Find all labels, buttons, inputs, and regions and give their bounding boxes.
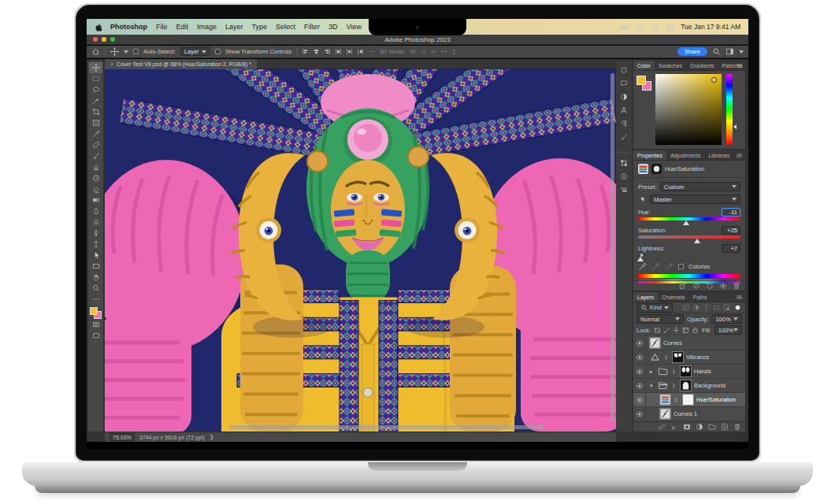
- lock-artboard-icon[interactable]: [682, 327, 689, 334]
- lock-pixels-icon[interactable]: [663, 327, 670, 334]
- roll-icon[interactable]: [420, 48, 427, 55]
- saturation-brightness-picker[interactable]: [655, 74, 722, 145]
- trash-icon[interactable]: [733, 282, 740, 290]
- hamburger-icon[interactable]: [736, 294, 743, 301]
- auto-select-target-select[interactable]: Layer: [180, 47, 210, 56]
- eye-icon[interactable]: [719, 282, 727, 290]
- menu-view[interactable]: View: [347, 23, 362, 31]
- character-icon[interactable]: [620, 106, 628, 114]
- filter-toggle-icon[interactable]: [733, 303, 742, 312]
- trash-icon[interactable]: [733, 423, 741, 431]
- lock-position-icon[interactable]: [673, 327, 680, 334]
- reset-icon[interactable]: [706, 282, 714, 290]
- lock-transparent-icon[interactable]: [654, 327, 661, 334]
- move-tool-icon[interactable]: [110, 47, 119, 56]
- channel-select[interactable]: Master: [650, 195, 740, 204]
- blend-mode-select[interactable]: Normal: [636, 314, 684, 324]
- tool-eraser[interactable]: [89, 183, 102, 195]
- hue-slider[interactable]: [638, 217, 740, 220]
- tool-stamp[interactable]: [89, 161, 102, 172]
- tool-blur[interactable]: [89, 206, 102, 217]
- layer-visibility-toggle[interactable]: [633, 379, 646, 392]
- tool-frame[interactable]: [89, 117, 102, 128]
- home-icon[interactable]: [91, 47, 100, 56]
- eyedropper-minus-icon[interactable]: [665, 262, 674, 271]
- targeted-adjustment-icon[interactable]: [638, 195, 647, 204]
- lightness-slider-thumb[interactable]: [637, 257, 644, 261]
- battery-icon[interactable]: [621, 23, 629, 32]
- pan-icon[interactable]: [430, 48, 437, 55]
- status-chevron-icon[interactable]: ❯: [210, 434, 214, 440]
- color-picker-handle[interactable]: [711, 77, 717, 83]
- saturation-value-field[interactable]: +25: [722, 226, 740, 235]
- tool-heal[interactable]: [89, 139, 102, 150]
- fill-select[interactable]: 100%: [714, 325, 742, 335]
- canvas-horizontal-scrollbar[interactable]: [229, 425, 544, 429]
- distribute-center-icon[interactable]: [346, 48, 353, 55]
- hue-slider-thumb[interactable]: [683, 220, 689, 225]
- previous-state-icon[interactable]: [692, 282, 700, 290]
- pixel-icon[interactable]: [682, 304, 689, 311]
- layer-visibility-toggle[interactable]: [633, 407, 646, 421]
- color-swatch-pair[interactable]: [636, 76, 652, 91]
- layer-row-vibrance[interactable]: Vibrance: [633, 350, 745, 365]
- dolly-icon[interactable]: [451, 48, 458, 55]
- document-canvas[interactable]: [105, 69, 616, 432]
- auto-select-checkbox[interactable]: [133, 49, 139, 54]
- control-center-icon[interactable]: [666, 23, 674, 32]
- new-layer-icon[interactable]: [721, 423, 729, 431]
- canvas-vertical-scrollbar[interactable]: [610, 73, 614, 422]
- tool-object-selection[interactable]: [89, 95, 102, 106]
- tool-gradient[interactable]: [89, 195, 102, 206]
- color-tab-color[interactable]: Color: [633, 61, 655, 70]
- layer-visibility-toggle[interactable]: [633, 365, 646, 378]
- layer-filter-kind-select[interactable]: Kind: [636, 303, 673, 313]
- layer-visibility-toggle[interactable]: [633, 350, 646, 364]
- workspace-icon[interactable]: [726, 47, 734, 56]
- link-icon[interactable]: [658, 423, 666, 431]
- properties-tab-libraries[interactable]: Libraries: [704, 150, 733, 160]
- document-tab[interactable]: × Cover Test V8.psd @ 68% (Hue/Saturatio…: [105, 59, 257, 69]
- layer-row-hue-saturation[interactable]: Hue/Saturation: [633, 393, 745, 407]
- expand-group-icon[interactable]: ▸: [650, 369, 655, 375]
- color-tab-swatches[interactable]: Swatches: [655, 61, 686, 70]
- tool-pen[interactable]: [89, 228, 102, 239]
- window-titlebar[interactable]: Adobe Photoshop 2023: [87, 35, 748, 45]
- shape-f-icon[interactable]: [713, 304, 720, 311]
- align-left-icon[interactable]: [302, 48, 309, 55]
- foreground-swatch[interactable]: [90, 307, 98, 315]
- layer-row-background[interactable]: ▾Background: [633, 379, 745, 393]
- chevron-down-icon[interactable]: [739, 50, 744, 54]
- history-icon[interactable]: [620, 66, 628, 74]
- slide-icon[interactable]: [440, 48, 447, 55]
- menu-filter[interactable]: Filter: [304, 23, 320, 31]
- timeline-icon[interactable]: [620, 186, 628, 194]
- hamburger-icon[interactable]: [736, 62, 743, 69]
- search-icon[interactable]: [712, 47, 721, 56]
- tool-type[interactable]: [89, 239, 102, 250]
- clip-icon[interactable]: [679, 282, 687, 290]
- more-options-label[interactable]: ···: [369, 48, 375, 55]
- tool-eyedropper[interactable]: [89, 128, 102, 139]
- foreground-color-swatch[interactable]: [636, 76, 646, 85]
- distribute-right-icon[interactable]: [357, 48, 364, 55]
- tool-zoom[interactable]: [89, 283, 102, 294]
- chevron-down-icon[interactable]: [124, 50, 128, 54]
- menu-layer[interactable]: Layer: [225, 23, 243, 31]
- tool-history-brush[interactable]: [89, 172, 102, 183]
- adjustment-icon[interactable]: [692, 304, 700, 311]
- saturation-slider-thumb[interactable]: [694, 239, 700, 243]
- foreground-background-swatches[interactable]: [90, 307, 102, 319]
- show-transform-checkbox[interactable]: [215, 49, 221, 54]
- type-icon[interactable]: [703, 304, 710, 311]
- layer-row-curves[interactable]: Curves: [633, 336, 745, 350]
- tool-move[interactable]: [89, 62, 102, 73]
- colorize-checkbox[interactable]: [678, 264, 684, 269]
- tool-shape[interactable]: [89, 261, 102, 272]
- preset-select[interactable]: Custom: [660, 182, 740, 191]
- opacity-select[interactable]: 100%: [711, 314, 742, 324]
- lightness-slider[interactable]: [638, 254, 643, 257]
- menu-file[interactable]: File: [156, 23, 168, 31]
- layers-tab-paths[interactable]: Paths: [689, 292, 711, 302]
- orbit-icon[interactable]: [410, 48, 417, 55]
